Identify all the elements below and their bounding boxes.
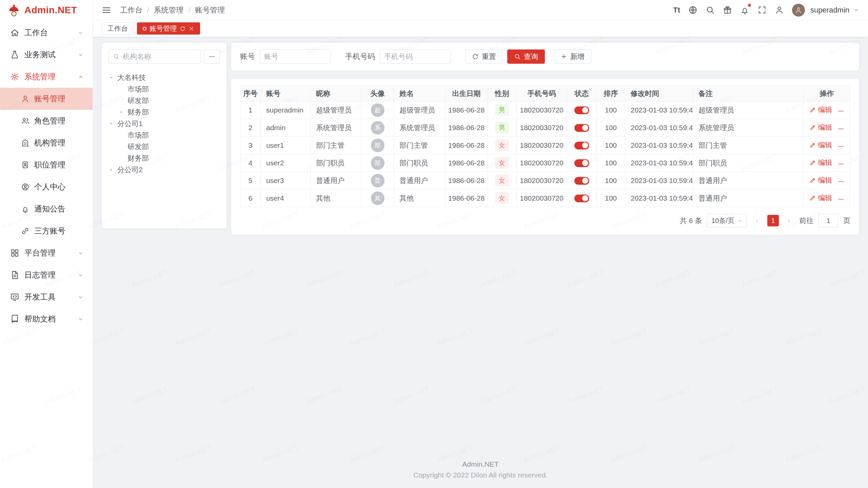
sidebar-item-label: 职位管理 [34,160,65,170]
notifications-button[interactable] [740,5,749,15]
tab-account-management[interactable]: 账号管理 [137,22,200,35]
cell-index: 4 [240,154,261,172]
username[interactable]: superadmin [810,6,849,15]
breadcrumb-item[interactable]: 系统管理 [154,5,184,15]
more-actions-icon[interactable] [837,160,845,168]
edit-button[interactable]: 编辑 [809,158,832,167]
prev-page-button[interactable] [752,216,762,226]
more-actions-icon[interactable] [837,196,845,203]
tab-workbench[interactable]: 工作台 [102,22,134,35]
tree-node[interactable]: 财务部 [108,106,220,118]
caret-placeholder [119,155,127,161]
theme-gift-icon[interactable] [723,5,732,15]
next-page-button[interactable] [784,216,794,226]
home-icon [10,28,19,37]
sidebar-item-system-management[interactable]: 系统管理 [0,66,93,88]
table-row[interactable]: 1 superadmin 超级管理员 超 超级管理员 1986-06-28 男 … [240,101,850,119]
status-toggle[interactable] [574,195,589,202]
status-toggle[interactable] [574,177,589,185]
sidebar-item-personal-center[interactable]: 个人中心 [0,176,93,198]
add-button[interactable]: 新增 [554,49,591,64]
col-header: 操作 [804,86,850,101]
status-toggle[interactable] [574,142,589,149]
close-icon[interactable] [189,26,194,32]
sidebar-item-third-party-account[interactable]: 三方账号 [0,220,93,242]
tree-node[interactable]: 研发部 [108,95,220,106]
table-row[interactable]: 6 user4 其他 其 其他 1986-06-28 女 18020030720 [240,189,850,207]
sidebar-item-notice[interactable]: 通知公告 [0,198,93,220]
status-toggle[interactable] [574,124,589,132]
edit-pencil-icon [809,195,816,201]
cell-nickname: 其他 [311,189,361,207]
breadcrumb-item[interactable]: 工作台 [120,5,142,15]
edit-button[interactable]: 编辑 [809,105,832,115]
edit-button[interactable]: 编辑 [809,123,832,132]
refresh-icon[interactable] [180,26,185,32]
sidebar-item-dev-tools[interactable]: 开发工具 [0,286,93,308]
page-size-select[interactable]: 10条/页 [707,214,747,227]
more-actions-icon[interactable] [837,125,845,133]
sidebar-item-position-management[interactable]: 职位管理 [0,154,93,176]
page-number-button[interactable]: 1 [767,215,779,226]
phone-input[interactable] [384,53,447,61]
tree-node[interactable]: 市场部 [108,83,220,95]
search-button[interactable]: 查询 [507,49,545,64]
tree-node[interactable]: 市场部 [108,129,220,141]
reset-button[interactable]: 重置 [465,49,503,64]
status-toggle[interactable] [574,159,589,167]
org-search-input[interactable] [123,53,196,61]
avatar: 系 [371,121,384,135]
sidebar-item-business-test[interactable]: 业务测试 [0,44,93,66]
goto-page-input[interactable] [818,214,838,227]
profile-icon[interactable] [775,5,784,15]
caret-down-icon[interactable] [108,121,114,126]
account-input[interactable] [264,53,327,61]
accounts-table-card: 序号 账号 昵称 头像 姓名 出生日期 性别 手机号码 状态 排序 [231,79,859,235]
table-row[interactable]: 3 user1 部门主管 部 部门主管 1986-06-28 女 1802003… [240,137,850,154]
table-row[interactable]: 5 user3 普通用户 普 普通用户 1986-06-28 女 1802003… [240,172,850,189]
accounts-table: 序号 账号 昵称 头像 姓名 出生日期 性别 手机号码 状态 排序 [240,85,850,207]
caret-right-icon[interactable] [108,167,114,172]
tree-node[interactable]: 研发部 [108,141,220,152]
sidebar-item-log-management[interactable]: 日志管理 [0,264,93,286]
tree-node[interactable]: 分公司2 [108,164,220,176]
edit-button[interactable]: 编辑 [809,140,832,150]
cell-name: 超级管理员 [394,101,446,119]
col-header: 姓名 [394,86,446,101]
sidebar-item-label: 账号管理 [34,94,65,104]
chevron-down-icon[interactable] [853,7,859,13]
avatar[interactable] [792,4,805,17]
tree-more-button[interactable] [204,49,220,64]
sidebar-item-role-management[interactable]: 角色管理 [0,110,93,132]
cell-remark: 部门职员 [693,154,804,172]
search-icon[interactable] [706,5,715,15]
tree-node[interactable]: 财务部 [108,152,220,164]
hamburger-menu-icon[interactable] [102,5,111,15]
sidebar-item-account-management[interactable]: 账号管理 [0,88,93,110]
notification-badge [748,4,751,7]
cell-index: 3 [240,137,261,154]
language-globe-icon[interactable] [688,5,697,15]
more-actions-icon[interactable] [837,178,845,185]
breadcrumb-item[interactable]: 账号管理 [195,5,225,15]
tree-node[interactable]: 分公司1 [108,118,220,129]
more-actions-icon[interactable] [837,107,845,115]
tab-label: 账号管理 [150,24,177,33]
sidebar-item-platform-management[interactable]: 平台管理 [0,242,93,264]
caret-down-icon[interactable] [108,75,114,80]
sidebar-item-workbench[interactable]: 工作台 [0,22,93,44]
status-toggle[interactable] [574,106,589,114]
font-size-icon[interactable]: Tt [673,6,680,15]
more-actions-icon[interactable] [837,143,845,150]
edit-button[interactable]: 编辑 [809,193,832,203]
table-row[interactable]: 4 user2 部门职员 部 部门职员 1986-06-28 女 1802003… [240,154,850,172]
sidebar-item-help-docs[interactable]: 帮助文档 [0,308,93,330]
tree-node[interactable]: 大名科技 [108,72,220,83]
fullscreen-icon[interactable] [757,5,767,15]
table-row[interactable]: 2 admin 系统管理员 系 系统管理员 1986-06-28 男 18020… [240,119,850,137]
caret-right-icon[interactable] [119,109,124,115]
cell-phone: 18020030720 [517,172,567,189]
sidebar-item-org-management[interactable]: 机构管理 [0,132,93,154]
cell-name: 部门主管 [394,137,446,154]
edit-button[interactable]: 编辑 [809,176,832,185]
